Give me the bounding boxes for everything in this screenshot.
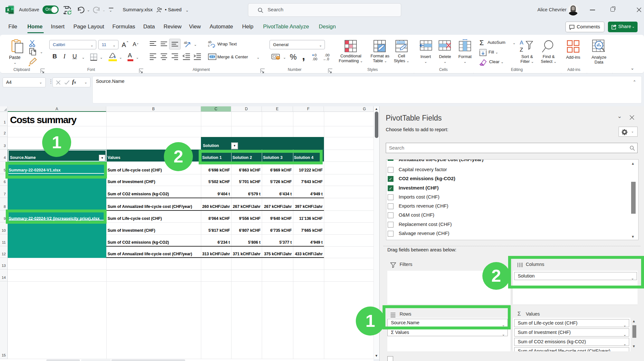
svg-text:A: A — [520, 40, 524, 46]
svg-text:ab: ab — [208, 40, 212, 44]
svg-text:Z: Z — [520, 47, 523, 53]
svg-text:c: c — [208, 44, 210, 47]
svg-text:→.0: →.0 — [323, 57, 329, 61]
svg-text:.00: .00 — [325, 53, 329, 57]
svg-text:.00: .00 — [312, 57, 317, 61]
svg-text:0: 0 — [315, 53, 317, 57]
svg-text:ab: ab — [184, 41, 188, 44]
svg-text:X: X — [7, 8, 9, 12]
